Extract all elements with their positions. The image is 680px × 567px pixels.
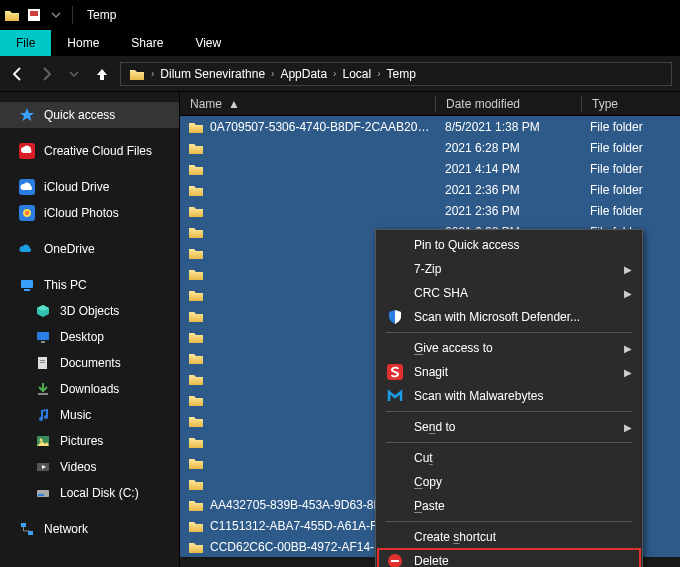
svg-rect-13	[40, 362, 45, 363]
sidebar-item-label: OneDrive	[44, 242, 95, 256]
svg-rect-7	[21, 280, 33, 288]
tab-file[interactable]: File	[0, 30, 51, 56]
star-icon	[18, 106, 36, 124]
menu-paste[interactable]: Paste	[378, 494, 640, 518]
sidebar-item-3d-objects[interactable]: 3D Objects	[0, 298, 179, 324]
column-headers: Name▲ Date modified Type	[180, 92, 680, 116]
file-type: File folder	[580, 183, 680, 197]
sidebar-item-network[interactable]: Network	[0, 516, 179, 542]
blank-icon	[386, 284, 404, 302]
column-date[interactable]: Date modified	[436, 97, 581, 111]
file-date: 2021 6:28 PM	[435, 141, 580, 155]
menu-7-zip[interactable]: 7-Zip▶	[378, 257, 640, 281]
sidebar-item-onedrive[interactable]: OneDrive	[0, 236, 179, 262]
table-row[interactable]: 2021 2:36 PMFile folder	[180, 200, 680, 221]
menu-crc-sha[interactable]: CRC SHA▶	[378, 281, 640, 305]
recent-dropdown-icon[interactable]	[64, 64, 84, 84]
menu-snagit[interactable]: Snagit▶	[378, 360, 640, 384]
pictures-icon	[34, 432, 52, 450]
sidebar-item-this-pc[interactable]: This PC	[0, 272, 179, 298]
menu-separator	[386, 411, 632, 412]
svg-rect-19	[38, 494, 44, 496]
file-type: File folder	[580, 204, 680, 218]
menu-give-access[interactable]: Give access to▶	[378, 336, 640, 360]
sidebar-item-label: Videos	[60, 460, 96, 474]
menu-separator	[386, 442, 632, 443]
disk-icon	[34, 484, 52, 502]
breadcrumb-appdata[interactable]: AppData	[276, 63, 331, 85]
blank-icon	[386, 473, 404, 491]
svg-rect-8	[24, 289, 30, 291]
table-row[interactable]: 2021 4:14 PMFile folder	[180, 158, 680, 179]
main: Quick access Creative Cloud Files iCloud…	[0, 92, 680, 567]
context-menu: Pin to Quick access 7-Zip▶ CRC SHA▶ Scan…	[375, 229, 643, 567]
menu-malwarebytes[interactable]: Scan with Malwarebytes	[378, 384, 640, 408]
creative-cloud-icon	[18, 142, 36, 160]
tab-share[interactable]: Share	[115, 30, 179, 56]
breadcrumb-local[interactable]: Local	[338, 63, 375, 85]
sidebar-item-local-disk[interactable]: Local Disk (C:)	[0, 480, 179, 506]
menu-copy[interactable]: Copy	[378, 470, 640, 494]
breadcrumb-temp[interactable]: Temp	[382, 63, 419, 85]
menu-defender-scan[interactable]: Scan with Microsoft Defender...	[378, 305, 640, 329]
sidebar-item-quick-access[interactable]: Quick access	[0, 102, 179, 128]
chevron-right-icon[interactable]: ›	[331, 68, 338, 79]
tab-home[interactable]: Home	[51, 30, 115, 56]
menu-cut[interactable]: Cut	[378, 446, 640, 470]
sidebar-item-documents[interactable]: Documents	[0, 350, 179, 376]
sidebar-item-label: iCloud Drive	[44, 180, 109, 194]
breadcrumb-user[interactable]: Dilum Senevirathne	[156, 63, 269, 85]
column-name[interactable]: Name▲	[180, 97, 435, 111]
breadcrumb-root-icon[interactable]	[125, 63, 149, 85]
up-button[interactable]	[92, 64, 112, 84]
forward-button[interactable]	[36, 64, 56, 84]
svg-point-6	[25, 211, 29, 215]
music-icon	[34, 406, 52, 424]
icloud-photos-icon	[18, 204, 36, 222]
table-row[interactable]: 2021 6:28 PMFile folder	[180, 137, 680, 158]
sidebar-item-downloads[interactable]: Downloads	[0, 376, 179, 402]
menu-delete[interactable]: Delete	[378, 549, 640, 567]
chevron-down-icon[interactable]	[48, 7, 64, 23]
sidebar-item-label: Documents	[60, 356, 121, 370]
sidebar-item-label: Quick access	[44, 108, 115, 122]
sidebar-item-pictures[interactable]: Pictures	[0, 428, 179, 454]
window-title: Temp	[87, 8, 116, 22]
back-button[interactable]	[8, 64, 28, 84]
chevron-right-icon[interactable]: ›	[269, 68, 276, 79]
address-bar[interactable]: › Dilum Senevirathne › AppData › Local ›…	[120, 62, 672, 86]
svg-rect-1	[30, 11, 38, 16]
chevron-right-icon[interactable]: ›	[375, 68, 382, 79]
sidebar-item-desktop[interactable]: Desktop	[0, 324, 179, 350]
svg-point-16	[40, 439, 43, 442]
svg-rect-24	[391, 560, 399, 562]
sidebar-item-music[interactable]: Music	[0, 402, 179, 428]
sort-indicator-icon: ▲	[228, 97, 240, 111]
quick-save-icon[interactable]	[26, 7, 42, 23]
pin-icon	[386, 236, 404, 254]
table-row[interactable]: 2021 2:36 PMFile folder	[180, 179, 680, 200]
cube-icon	[34, 302, 52, 320]
sidebar-item-videos[interactable]: Videos	[0, 454, 179, 480]
menu-separator	[386, 521, 632, 522]
submenu-arrow-icon: ▶	[624, 264, 632, 275]
table-row[interactable]: 0A709507-5306-4740-B8DF-2CAAB208D4...8/5…	[180, 116, 680, 137]
sidebar-item-creative-cloud[interactable]: Creative Cloud Files	[0, 138, 179, 164]
file-date: 2021 2:36 PM	[435, 183, 580, 197]
file-type: File folder	[580, 141, 680, 155]
menu-separator	[386, 332, 632, 333]
file-type: File folder	[580, 120, 680, 134]
titlebar: Temp	[0, 0, 680, 30]
sidebar-item-label: Pictures	[60, 434, 103, 448]
sidebar-item-icloud-drive[interactable]: iCloud Drive	[0, 174, 179, 200]
menu-create-shortcut[interactable]: Create shortcut	[378, 525, 640, 549]
navbar: › Dilum Senevirathne › AppData › Local ›…	[0, 56, 680, 92]
sidebar-item-icloud-photos[interactable]: iCloud Photos	[0, 200, 179, 226]
download-icon	[34, 380, 52, 398]
chevron-right-icon[interactable]: ›	[149, 68, 156, 79]
menu-send-to[interactable]: Send to▶	[378, 415, 640, 439]
network-icon	[18, 520, 36, 538]
tab-view[interactable]: View	[179, 30, 237, 56]
column-type[interactable]: Type	[582, 97, 680, 111]
menu-pin-quick-access[interactable]: Pin to Quick access	[378, 233, 640, 257]
